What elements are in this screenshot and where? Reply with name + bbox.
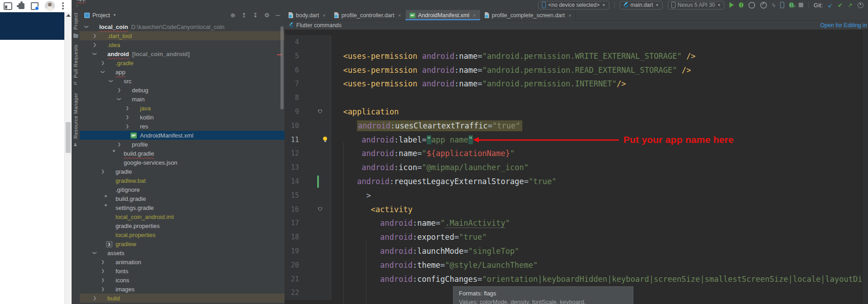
code-text[interactable]: android:usesCleartextTraffic="true" bbox=[331, 119, 868, 133]
code-text[interactable]: <uses-permission android:name="android.p… bbox=[331, 63, 868, 77]
pull-requests-icon[interactable]: ⇅ bbox=[73, 81, 78, 86]
chevron-expanded-icon[interactable]: ❯ bbox=[117, 96, 121, 102]
kebab-menu-icon[interactable] bbox=[62, 5, 64, 7]
code-text[interactable]: android:theme="@style/LaunchTheme" bbox=[331, 258, 868, 272]
chevron-collapsed-icon[interactable]: ❯ bbox=[124, 115, 130, 119]
chevron-expanded-icon[interactable]: ❯ bbox=[92, 51, 97, 57]
extensions-puzzle-icon[interactable] bbox=[19, 3, 24, 9]
tree-item-main[interactable]: ❯main bbox=[80, 95, 285, 104]
chevron-collapsed-icon[interactable]: ❯ bbox=[100, 287, 106, 291]
collapse-all-icon[interactable]: ↧ bbox=[251, 12, 260, 18]
tree-item-.gradle[interactable]: ❯.gradle bbox=[80, 58, 285, 67]
tree-item-assets[interactable]: ❯assets bbox=[80, 248, 285, 257]
tree-item-images[interactable]: ❯images bbox=[80, 285, 285, 294]
tree-item-icons[interactable]: ❯icons bbox=[80, 276, 285, 285]
project-scrollbar-thumb[interactable] bbox=[280, 26, 284, 109]
tree-item-debug[interactable]: ❯debug bbox=[80, 86, 285, 95]
chevron-collapsed-icon[interactable]: ❯ bbox=[92, 33, 98, 38]
chevron-down-icon[interactable]: ▼ bbox=[113, 13, 116, 17]
tree-item-AndroidManifest.xml[interactable]: MFAndroidManifest.xml bbox=[80, 131, 285, 140]
tree-item-.dart_tool[interactable]: ❯.dart_tool bbox=[80, 31, 285, 40]
tree-item-gradlew[interactable]: ❯gradlew bbox=[80, 239, 285, 248]
hide-panel-icon[interactable]: ─ bbox=[274, 12, 282, 18]
locate-file-icon[interactable]: ⊕ bbox=[228, 12, 237, 18]
fold-marker-icon[interactable] bbox=[318, 109, 322, 114]
code-text[interactable]: android:name="${applicationName}" bbox=[331, 147, 868, 161]
tree-item-local_coin_android.iml[interactable]: local_coin_android.iml bbox=[80, 212, 285, 221]
attach-device-icon[interactable] bbox=[780, 2, 784, 8]
git-commit-icon[interactable]: ✔ bbox=[838, 2, 843, 9]
chevron-collapsed-icon[interactable]: ❯ bbox=[100, 269, 106, 273]
close-icon[interactable]: × bbox=[569, 13, 571, 18]
tree-item-app[interactable]: ❯app bbox=[80, 67, 285, 76]
code-text[interactable]: android:configChanges="orientation|keybo… bbox=[331, 272, 868, 286]
performance-gauge-icon[interactable] bbox=[760, 2, 767, 9]
code-text[interactable]: android:requestLegacyExternalStorage="tr… bbox=[331, 175, 868, 189]
tree-item-gradlew.bat[interactable]: gradlew.bat bbox=[80, 176, 285, 185]
tree-item-google-services.json[interactable]: google-services.json bbox=[80, 158, 285, 167]
tab-capture-icon[interactable] bbox=[31, 2, 39, 10]
chevron-expanded-icon[interactable]: ❯ bbox=[101, 69, 105, 75]
tab-profile_controller.dart[interactable]: profile_controller.dart× bbox=[330, 10, 405, 20]
debug-button[interactable] bbox=[739, 2, 743, 8]
tree-item-fonts[interactable]: ❯fonts bbox=[80, 266, 285, 276]
chevron-collapsed-icon[interactable]: ❯ bbox=[116, 142, 122, 147]
tree-item-build[interactable]: ❯build bbox=[80, 294, 285, 303]
chevron-collapsed-icon[interactable]: ❯ bbox=[100, 61, 106, 65]
tree-item-kotlin[interactable]: ❯kotlin bbox=[80, 113, 285, 122]
chevron-collapsed-icon[interactable]: ❯ bbox=[124, 106, 130, 110]
tree-item-build.gradle[interactable]: build.gradle bbox=[80, 194, 285, 203]
tree-item-java[interactable]: ❯java bbox=[80, 104, 285, 113]
close-icon[interactable]: × bbox=[473, 13, 476, 18]
chevron-collapsed-icon[interactable]: ❯ bbox=[124, 124, 130, 128]
chevron-collapsed-icon[interactable]: ❯ bbox=[116, 88, 122, 92]
open-for-editing-link[interactable]: Open for Editing in bbox=[820, 22, 867, 28]
editor-error-stripe[interactable] bbox=[863, 29, 868, 304]
chrome-scrollbar-thumb[interactable] bbox=[66, 122, 71, 153]
code-text[interactable]: android:label="app name"Put your app nam… bbox=[331, 133, 868, 147]
breadcrumb-item-app[interactable]: app bbox=[75, 0, 137, 2]
emulator-selector[interactable]: Nexus 5 API 30 ▼ bbox=[668, 1, 725, 10]
tree-item-android[interactable]: ❯android[local_coin_android] bbox=[80, 49, 285, 58]
tree-item-settings.gradle[interactable]: settings.gradle bbox=[80, 203, 285, 212]
code-text[interactable]: android:exported="true" bbox=[331, 230, 868, 244]
close-icon[interactable]: × bbox=[398, 13, 400, 18]
history-clock-icon[interactable] bbox=[858, 2, 863, 8]
code-text[interactable]: > bbox=[331, 189, 868, 203]
tree-item-profile[interactable]: ❯profile bbox=[80, 140, 285, 149]
stripe-tab-resource-manager[interactable]: Resource Manager bbox=[73, 93, 78, 139]
panel-settings-gear-icon[interactable]: ⚙ bbox=[262, 12, 271, 18]
tree-item-build.gradle[interactable]: build.gradle bbox=[80, 149, 285, 158]
intention-bulb-icon[interactable] bbox=[323, 137, 327, 141]
tree-item-src[interactable]: ❯src bbox=[80, 76, 285, 86]
device-selector[interactable]: <no device selected> ▼ bbox=[538, 1, 609, 10]
code-text[interactable]: <application bbox=[331, 105, 868, 119]
tree-item-.gitignore[interactable]: .gitignore bbox=[80, 185, 285, 194]
code-text[interactable] bbox=[331, 91, 868, 105]
tree-item-local.properties[interactable]: local.properties bbox=[80, 230, 285, 239]
code-text[interactable] bbox=[331, 35, 868, 49]
close-icon[interactable]: × bbox=[323, 13, 325, 18]
git-update-icon[interactable]: ↙ bbox=[828, 2, 833, 9]
project-stripe-icon[interactable] bbox=[73, 33, 78, 38]
resource-manager-icon[interactable]: ♟ bbox=[73, 142, 78, 147]
tab-profile_complete_screen.dart[interactable]: profile_complete_screen.dart× bbox=[481, 10, 576, 20]
code-text[interactable]: <activity bbox=[331, 203, 868, 217]
code-editor[interactable]: 45<uses-permission android:name="android… bbox=[285, 29, 868, 304]
profiler-icon[interactable] bbox=[748, 2, 755, 9]
chevron-collapsed-icon[interactable]: ❯ bbox=[92, 296, 98, 300]
tree-item-res[interactable]: ❯res bbox=[80, 122, 285, 131]
chevron-expanded-icon[interactable]: ❯ bbox=[109, 78, 113, 84]
tab-body.dart[interactable]: body.dart× bbox=[285, 10, 330, 20]
sidebar-toggle-icon[interactable] bbox=[4, 2, 12, 10]
chevron-collapsed-icon[interactable]: ❯ bbox=[100, 169, 106, 174]
chevron-expanded-icon[interactable]: ❯ bbox=[92, 250, 97, 256]
tree-item-local_coin[interactable]: ❯local_coinD:\kawcher\CodeCanyon\local_c… bbox=[80, 22, 285, 31]
expand-all-icon[interactable]: ↥ bbox=[240, 12, 248, 18]
tree-item-animation[interactable]: ❯animation bbox=[80, 257, 285, 266]
scroll-up-arrow-icon[interactable] bbox=[66, 14, 71, 17]
tree-item-.idea[interactable]: ❯.idea bbox=[80, 40, 285, 49]
code-text[interactable]: <uses-permission android:name="android.p… bbox=[331, 77, 868, 91]
profile-avatar[interactable] bbox=[45, 1, 55, 11]
chevron-expanded-icon[interactable]: ❯ bbox=[84, 24, 89, 30]
